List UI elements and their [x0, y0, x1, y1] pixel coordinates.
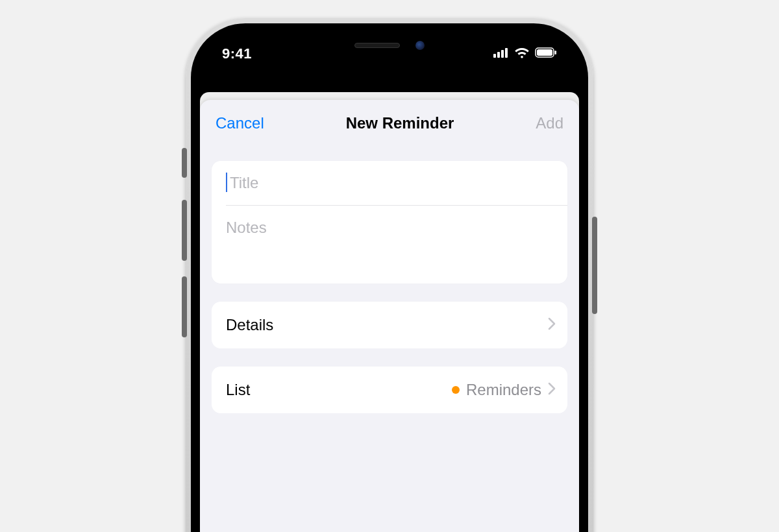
add-button[interactable]: Add	[536, 114, 563, 132]
sheet-content: Title Notes Details Lis	[200, 143, 579, 532]
list-color-dot	[452, 386, 460, 394]
phone-frame: 9:41 Cancel New Reminder	[186, 18, 593, 532]
svg-rect-6	[555, 51, 557, 54]
wifi-icon	[514, 47, 530, 61]
title-field[interactable]: Title	[212, 161, 567, 205]
silence-switch[interactable]	[182, 148, 187, 178]
phone-bezel: 9:41 Cancel New Reminder	[191, 23, 588, 532]
text-caret	[226, 173, 227, 192]
title-placeholder: Title	[230, 174, 258, 191]
sheet-navbar: Cancel New Reminder Add	[200, 100, 579, 143]
title-notes-card: Title Notes	[212, 161, 567, 284]
chevron-right-icon	[548, 382, 556, 398]
status-time: 9:41	[222, 45, 252, 62]
svg-rect-3	[505, 48, 508, 58]
notch	[299, 32, 480, 58]
cancel-button[interactable]: Cancel	[216, 114, 264, 132]
status-indicators	[493, 47, 557, 61]
notes-placeholder: Notes	[226, 219, 267, 236]
battery-icon	[535, 47, 557, 60]
svg-rect-1	[497, 52, 500, 58]
svg-rect-0	[493, 54, 496, 58]
power-button[interactable]	[592, 217, 597, 314]
list-label: List	[226, 381, 452, 399]
sheet-title: New Reminder	[346, 114, 454, 132]
new-reminder-sheet: Cancel New Reminder Add Title Notes	[200, 100, 579, 532]
front-camera	[415, 41, 425, 50]
svg-rect-5	[537, 49, 552, 56]
volume-down-button[interactable]	[182, 276, 187, 337]
svg-rect-2	[501, 50, 504, 58]
earpiece-speaker	[354, 43, 400, 48]
list-row[interactable]: List Reminders	[212, 367, 567, 413]
notes-field[interactable]: Notes	[212, 206, 567, 284]
details-label: Details	[226, 316, 548, 334]
details-row[interactable]: Details	[212, 302, 567, 348]
volume-up-button[interactable]	[182, 200, 187, 261]
cellular-icon	[493, 47, 509, 60]
list-value: Reminders	[466, 381, 541, 399]
chevron-right-icon	[548, 317, 556, 333]
screen: 9:41 Cancel New Reminder	[200, 32, 579, 532]
